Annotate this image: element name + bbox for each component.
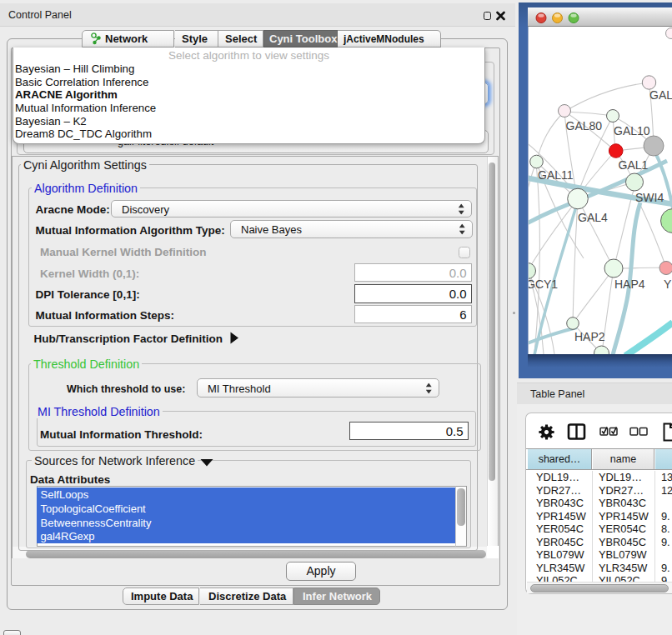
svg-text:HAP4: HAP4: [614, 278, 645, 291]
svg-text:HAP2: HAP2: [574, 330, 605, 343]
svg-text:SWI4: SWI4: [635, 191, 664, 204]
svg-text:GAL11: GAL11: [538, 168, 574, 182]
svg-text:Y: Y: [664, 278, 672, 291]
svg-text:GAL10: GAL10: [614, 124, 650, 138]
svg-text:GCY1: GCY1: [529, 278, 558, 291]
svg-text:GAL80: GAL80: [566, 119, 603, 132]
svg-text:GAL4: GAL4: [578, 211, 608, 224]
svg-text:GAL1: GAL1: [619, 158, 649, 172]
svg-text:GAL7: GAL7: [649, 88, 672, 102]
